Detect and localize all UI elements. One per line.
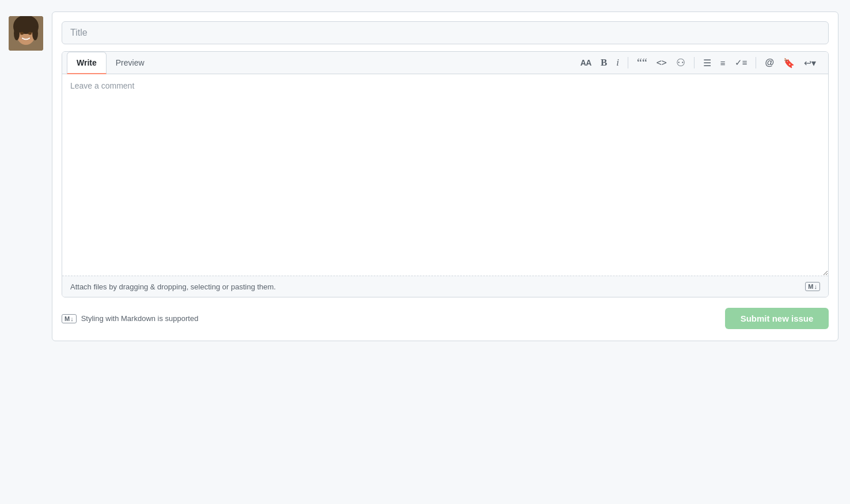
issue-form: Write Preview AA B i ““ <> ⚇ ☰ ≡ ✓≡ @ 🔖 … bbox=[52, 12, 838, 341]
italic-icon[interactable]: i bbox=[613, 55, 622, 71]
tab-preview[interactable]: Preview bbox=[107, 52, 154, 74]
toolbar-divider-1 bbox=[628, 57, 628, 68]
markdown-support-text: Styling with Markdown is supported bbox=[81, 314, 199, 323]
tab-group: Write Preview bbox=[67, 52, 154, 74]
footer-row: M↓ Styling with Markdown is supported Su… bbox=[62, 306, 829, 331]
svg-point-7 bbox=[28, 32, 32, 35]
heading-icon[interactable]: AA bbox=[578, 56, 594, 70]
quote-icon[interactable]: ““ bbox=[634, 55, 650, 71]
editor-container: Write Preview AA B i ““ <> ⚇ ☰ ≡ ✓≡ @ 🔖 … bbox=[62, 51, 829, 297]
user-avatar bbox=[9, 16, 43, 51]
markdown-icon-small: M↓ bbox=[805, 282, 820, 291]
svg-point-4 bbox=[14, 26, 20, 40]
svg-point-5 bbox=[32, 26, 38, 40]
toolbar-divider-3 bbox=[756, 57, 756, 68]
attach-bar: Attach files by dragging & dropping, sel… bbox=[62, 276, 828, 297]
attach-text: Attach files by dragging & dropping, sel… bbox=[70, 282, 276, 291]
markdown-support: M↓ Styling with Markdown is supported bbox=[62, 314, 198, 323]
ordered-list-icon[interactable]: ≡ bbox=[718, 56, 728, 70]
submit-new-issue-button[interactable]: Submit new issue bbox=[725, 308, 829, 329]
svg-point-6 bbox=[20, 32, 24, 35]
toolbar-icons: AA B i ““ <> ⚇ ☰ ≡ ✓≡ @ 🔖 ↩▾ bbox=[573, 54, 824, 71]
markdown-icon-footer: M↓ bbox=[62, 314, 77, 323]
bookmark-icon[interactable]: 🔖 bbox=[780, 55, 798, 71]
editor-tabs-toolbar: Write Preview AA B i ““ <> ⚇ ☰ ≡ ✓≡ @ 🔖 … bbox=[62, 52, 828, 74]
reply-icon[interactable]: ↩▾ bbox=[801, 55, 819, 71]
toolbar-divider-2 bbox=[694, 57, 695, 68]
title-input[interactable] bbox=[62, 21, 829, 44]
link-icon[interactable]: ⚇ bbox=[673, 54, 688, 71]
unordered-list-icon[interactable]: ☰ bbox=[700, 55, 714, 71]
comment-textarea[interactable] bbox=[62, 74, 828, 276]
tab-write[interactable]: Write bbox=[67, 52, 107, 74]
task-list-icon[interactable]: ✓≡ bbox=[732, 55, 750, 70]
code-icon[interactable]: <> bbox=[654, 55, 670, 70]
bold-icon[interactable]: B bbox=[598, 55, 610, 71]
mention-icon[interactable]: @ bbox=[762, 55, 777, 70]
